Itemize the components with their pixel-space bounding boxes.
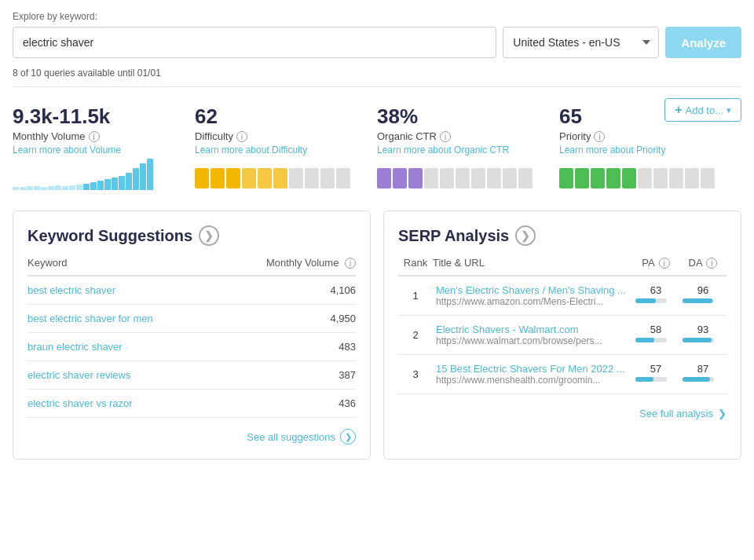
see-all-suggestions: See all suggestions ❯ [27,429,356,445]
keyword-search-input[interactable] [13,27,496,58]
keyword-suggestions-panel: Keyword Suggestions ❯ Keyword Monthly Vo… [13,210,371,459]
kw-volume-cell: 483 [219,333,356,361]
serp-pa-cell: 58 [632,316,679,355]
serp-title[interactable]: Electric Shavers - Walmart.com [436,324,629,335]
priority-bar [606,168,620,188]
metrics-grid: 9.3k-11.5k Monthly Volume i Learn more a… [13,104,741,190]
priority-learn-more-link[interactable]: Learn more about Priority [559,145,726,156]
metric-difficulty: 62 Difficulty i Learn more about Difficu… [195,104,377,190]
ctr-chart [377,165,544,188]
kw-volume-info-icon[interactable]: i [345,258,356,269]
volume-bar [112,178,118,190]
ctr-bar [393,168,407,188]
volume-bar [41,187,47,190]
table-row: braun electric shaver 483 [27,333,356,361]
volume-info-icon[interactable]: i [89,131,100,142]
metric-ctr: 38% Organic CTR i Learn more about Organ… [377,104,559,190]
serp-analysis-nav-icon[interactable]: ❯ [515,225,536,246]
ctr-bar [408,168,423,188]
table-row: electric shaver vs razor 436 [27,390,356,418]
top-bar: Explore by keyword: United States - en-U… [0,0,754,63]
ctr-learn-more-link[interactable]: Learn more about Organic CTR [377,145,544,156]
serp-table: Rank Title & URL PA i DA i 1 Men's Elect… [398,257,727,394]
priority-bar [622,168,636,188]
kw-keyword-cell[interactable]: best electric shaver for men [27,305,219,333]
serp-title[interactable]: 15 Best Electric Shavers For Men 2022 ..… [436,363,629,375]
kw-volume-cell: 4,950 [219,305,356,333]
serp-title[interactable]: Men's Electric Shavers / Men's Shaving .… [436,284,629,296]
pa-info-icon[interactable]: i [659,258,670,269]
see-full-analysis: See full analysis ❯ [398,407,727,419]
volume-bar [27,186,33,190]
see-full-analysis-link[interactable]: See full analysis ❯ [639,408,727,419]
main-panels: Keyword Suggestions ❯ Keyword Monthly Vo… [0,198,754,472]
table-row: electric shaver reviews 387 [27,361,356,390]
pa-bar [635,377,653,382]
priority-chart [559,165,726,188]
country-select[interactable]: United States - en-US United Kingdom - e… [503,27,659,58]
serp-da-cell: 87 [679,355,727,394]
ctr-info-icon[interactable]: i [440,131,451,142]
serp-pa-cell: 57 [632,355,679,394]
priority-bar [685,168,699,188]
serp-analysis-title: SERP Analysis ❯ [398,225,727,246]
table-row: 3 15 Best Electric Shavers For Men 2022 … [398,355,727,394]
difficulty-chart [195,165,361,188]
priority-info-icon[interactable]: i [594,131,605,142]
add-to-label: Add to... [686,104,723,116]
volume-bar [119,176,125,190]
volume-learn-more-link[interactable]: Learn more about Volume [13,145,179,156]
kw-keyword-cell[interactable]: electric shaver vs razor [27,390,219,418]
serp-col-title: Title & URL [433,257,632,276]
serp-rank-cell: 1 [398,276,433,316]
explore-label: Explore by keyword: [13,11,741,22]
volume-bar [55,185,61,190]
keyword-table: Keyword Monthly Volume i best electric s… [27,257,356,418]
serp-da-cell: 96 [679,276,727,316]
volume-bar [62,186,68,190]
volume-bar [97,181,104,190]
difficulty-label: Difficulty i [195,130,361,142]
kw-keyword-cell[interactable]: braun electric shaver [27,333,219,361]
serp-url: https://www.menshealth.com/groomin... [436,375,629,386]
plus-icon: + [675,103,682,117]
serp-url: https://www.amazon.com/Mens-Electri... [436,296,629,307]
see-all-suggestions-link[interactable]: See all suggestions ❯ [247,429,356,445]
serp-col-da: DA i [679,257,727,276]
keyword-suggestions-nav-icon[interactable]: ❯ [199,225,219,246]
serp-rank-cell: 2 [398,316,433,355]
volume-bar [83,184,90,190]
ctr-bar [518,168,533,188]
chevron-down-icon: ▾ [727,105,731,115]
volume-label: Monthly Volume i [13,130,179,142]
serp-title-cell: Electric Shavers - Walmart.com https://w… [433,316,632,355]
kw-keyword-cell[interactable]: best electric shaver [27,276,219,305]
difficulty-learn-more-link[interactable]: Learn more about Difficulty [195,145,361,156]
volume-bar [76,185,82,190]
kw-keyword-cell[interactable]: electric shaver reviews [27,361,219,390]
serp-title-cell: 15 Best Electric Shavers For Men 2022 ..… [433,355,632,394]
difficulty-bar [305,168,319,188]
kw-volume-cell: 4,106 [219,276,356,305]
queries-info: 8 of 10 queries available until 01/01 [0,63,754,86]
da-info-icon[interactable]: i [706,258,717,269]
analyze-button[interactable]: Analyze [665,27,741,58]
da-bar [683,298,712,303]
add-to-button[interactable]: + Add to... ▾ [664,98,741,122]
ctr-bar [503,168,517,188]
priority-bar [559,168,573,188]
difficulty-bar [195,168,209,188]
volume-bar [126,173,132,190]
serp-da-cell: 93 [679,316,727,355]
volume-bar [69,185,75,190]
priority-bar [669,168,683,188]
volume-bar [140,163,146,190]
priority-label: Priority i [559,130,726,142]
ctr-bar [487,168,501,188]
volume-bar [20,187,26,190]
kw-col-volume: Monthly Volume i [219,257,356,276]
serp-col-pa: PA i [632,257,679,276]
ctr-bar [424,168,438,188]
difficulty-info-icon[interactable]: i [236,131,247,142]
ctr-bar [440,168,454,188]
